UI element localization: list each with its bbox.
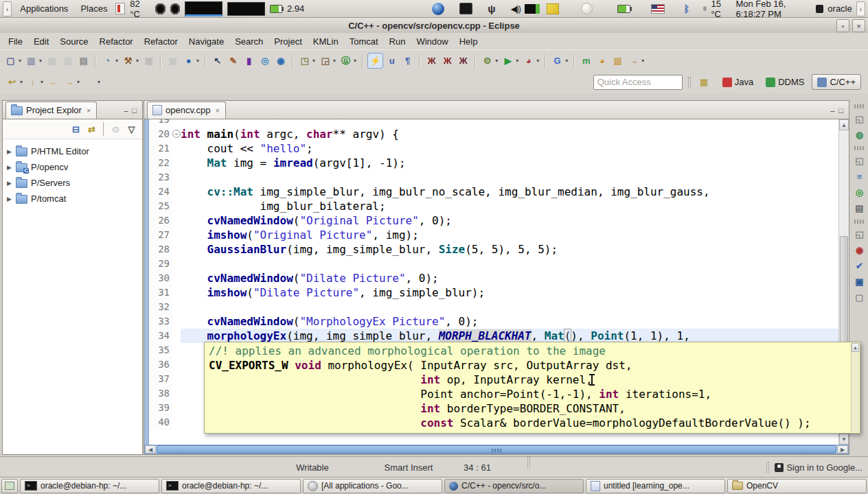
line-number[interactable]: 40 <box>149 415 172 430</box>
google-services-icon-dropdown[interactable]: ▾ <box>565 58 568 64</box>
line-number[interactable]: 23 <box>149 170 172 185</box>
coverage-icon[interactable]: Ⓖ <box>339 54 353 68</box>
new-console-icon[interactable]: ▣ <box>165 54 180 68</box>
taskbar-button-eclipse[interactable]: C/C++ - opencv/src/o... <box>444 479 584 493</box>
line-number[interactable]: 36 <box>149 357 172 372</box>
make-target-view-icon[interactable]: ◎ <box>853 185 867 199</box>
drag-handle[interactable] <box>854 220 865 224</box>
app-window-tray-icon[interactable] <box>459 3 472 14</box>
external-tools-icon[interactable]: ⚙ <box>480 54 494 68</box>
taskbar-button-terminal[interactable]: >oracle@debian-hp: ~/... <box>20 479 159 493</box>
save-icon-dropdown[interactable]: ▾ <box>39 58 42 64</box>
next-annotation-icon-dropdown[interactable]: ▾ <box>41 79 43 85</box>
explorer-maximize-icon[interactable]: □ <box>132 106 137 115</box>
next-annotation-icon[interactable]: ↓ <box>25 75 40 89</box>
debug-history-icon-dropdown[interactable]: ▾ <box>333 58 336 64</box>
line-number[interactable]: 32 <box>149 300 172 314</box>
android-tool-icon-3[interactable]: Ж <box>456 54 470 68</box>
external-tools-icon-dropdown[interactable]: ▾ <box>495 58 498 64</box>
line-number[interactable]: 34 <box>149 329 172 343</box>
collapse-all-icon[interactable]: ⊟ <box>69 122 83 137</box>
horizontal-scrollbar[interactable]: ◀ ▶ <box>144 445 849 454</box>
menu-search[interactable]: Search <box>229 34 269 49</box>
menu-help[interactable]: Help <box>454 34 483 49</box>
user-label[interactable]: oracle <box>827 3 852 14</box>
scroll-right-arrow[interactable]: ▶ <box>837 445 848 454</box>
fold-marker-icon[interactable] <box>172 127 181 141</box>
menu-refactor[interactable]: Refactor <box>139 34 183 49</box>
back-icon[interactable]: ← <box>46 75 60 89</box>
forward-icon-dropdown[interactable]: ▾ <box>77 79 80 85</box>
save-icon[interactable]: ▥ <box>24 54 38 68</box>
forward-icon[interactable]: → <box>62 75 76 89</box>
debug-icon-dropdown[interactable]: ▾ <box>196 58 199 64</box>
battery-icon[interactable] <box>270 5 282 13</box>
perspective-cpp[interactable]: C/C++ <box>812 74 861 90</box>
explorer-minimize-icon[interactable]: – <box>124 106 128 115</box>
build-config-icon-dropdown[interactable]: ▾ <box>115 58 118 64</box>
line-number[interactable]: 33 <box>149 314 172 329</box>
open-perspective-icon[interactable]: ▦ <box>697 75 711 89</box>
us-flag-keyboard-icon[interactable] <box>651 4 665 14</box>
menu-run[interactable]: Run <box>384 34 411 49</box>
line-number[interactable]: 25 <box>149 199 172 213</box>
taskbar-button-gedit[interactable]: untitled [learning_ope... <box>586 479 725 493</box>
tree-item-p-servers[interactable]: ▶P/Servers <box>3 175 142 191</box>
menu-window[interactable]: Window <box>411 34 453 49</box>
tasks-view-icon[interactable]: ✔ <box>853 259 867 272</box>
coverage-icon-dropdown[interactable]: ▾ <box>354 58 356 64</box>
annotation-ruler[interactable] <box>144 119 149 445</box>
view-menu-icon[interactable]: ▽ <box>124 122 139 137</box>
menu-edit[interactable]: Edit <box>28 34 54 49</box>
debug-history-icon[interactable]: ◲ <box>318 54 332 68</box>
google-signin-button[interactable]: Sign in to Google... <box>739 457 863 478</box>
show-whitespace-icon[interactable]: ¶ <box>400 54 415 68</box>
menu-refactor[interactable]: Refactor <box>94 34 139 49</box>
line-number[interactable]: 30 <box>149 271 172 285</box>
weather-icon[interactable] <box>703 6 707 11</box>
revert-icon[interactable]: ▧ <box>60 54 75 68</box>
problems-view-icon[interactable]: ◉ <box>853 243 867 257</box>
new-wizard-icon[interactable]: ▢ <box>3 54 18 68</box>
line-number[interactable]: 38 <box>149 386 172 401</box>
console-view-icon[interactable]: ▣ <box>853 274 867 288</box>
panel-collapse-left-button[interactable]: ‹ <box>3 1 12 16</box>
expand-arrow-icon[interactable]: ▶ <box>7 164 12 171</box>
focus-icon[interactable]: ⊙ <box>108 122 123 137</box>
panel-collapse-right-button[interactable]: › <box>856 1 865 16</box>
line-number[interactable]: 22 <box>149 156 172 170</box>
line-number[interactable]: 19 <box>149 119 172 127</box>
run-icon-dropdown[interactable]: ▾ <box>516 58 518 64</box>
perspective-ddms[interactable]: DDMS <box>761 75 809 89</box>
paint-tool-icon[interactable]: ✎ <box>226 54 240 68</box>
explorer-tree[interactable]: ▶P/HTML Editor▶CP/opencv▶P/Servers▶P/tom… <box>3 139 142 207</box>
build-all-icon[interactable]: ▦ <box>141 54 156 68</box>
line-number[interactable]: 24 <box>149 185 172 199</box>
horizontal-scroll-thumb[interactable] <box>157 445 836 454</box>
scroll-up-arrow[interactable]: ▲ <box>839 119 849 130</box>
taskbar-button-terminal[interactable]: >oracle@debian-hp: ~/... <box>161 479 301 493</box>
line-number[interactable]: 27 <box>149 228 172 242</box>
pie-chart-icon[interactable]: ◕ <box>595 54 609 68</box>
menu-navigate[interactable]: Navigate <box>183 34 229 49</box>
open-type-icon[interactable]: ▨ <box>610 54 625 68</box>
editor-minimize-icon[interactable]: – <box>830 106 834 115</box>
battery-tray-icon[interactable] <box>617 5 630 13</box>
gauge-icon-1[interactable] <box>155 3 165 14</box>
quick-access-input[interactable] <box>593 75 683 90</box>
show-desktop-button[interactable] <box>1 479 18 493</box>
screen-capture-tray-icon[interactable] <box>525 4 540 14</box>
snippets-view-icon[interactable]: ◍ <box>853 128 867 141</box>
tree-item-p-tomcat[interactable]: ▶P/tomcat <box>3 191 142 207</box>
applications-menu[interactable]: Applications <box>16 2 72 15</box>
perspective-java[interactable]: Java <box>718 75 758 89</box>
underline-icon[interactable]: u <box>385 54 399 68</box>
line-number[interactable]: 35 <box>149 343 172 357</box>
expand-arrow-icon[interactable]: ▶ <box>7 196 12 202</box>
forward-disabled-icon[interactable]: → <box>82 75 97 89</box>
android-tool-icon-1[interactable]: Ж <box>424 54 439 68</box>
drag-handle[interactable] <box>854 146 865 150</box>
menu-kmlin[interactable]: KMLin <box>308 34 344 49</box>
expand-arrow-icon[interactable]: ▶ <box>7 148 12 155</box>
tree-item-p-html-editor[interactable]: ▶P/HTML Editor <box>3 143 142 159</box>
